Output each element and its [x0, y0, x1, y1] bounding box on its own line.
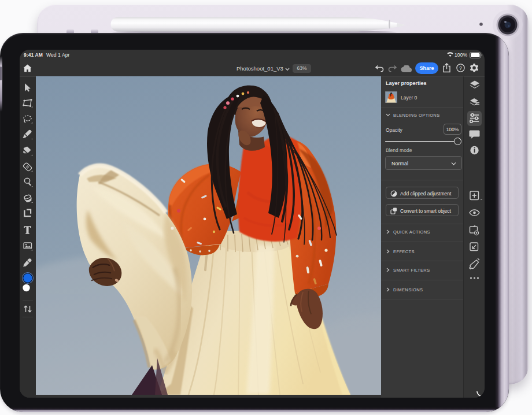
svg-text:?: ? [459, 65, 462, 71]
